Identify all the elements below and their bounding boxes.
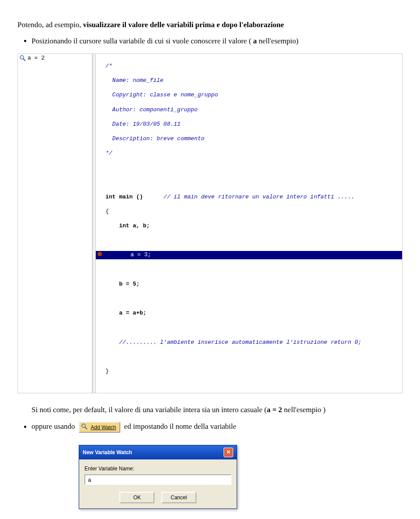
watch-pane[interactable]: a = 2 <box>18 54 92 393</box>
watch-row[interactable]: a = 2 <box>20 55 90 61</box>
code-line: /* <box>105 62 402 70</box>
bullet1-bold: a <box>253 37 257 45</box>
code-line: */ <box>105 149 402 157</box>
svg-point-0 <box>20 56 24 59</box>
code-pane[interactable]: /* Name: nome_file Copyright: classe e n… <box>96 54 402 393</box>
code-line: { <box>105 208 402 215</box>
code-line: Date: 19/03/05 08.11 <box>105 120 402 128</box>
new-variable-watch-dialog: New Variable Watch ✕ Enter Variable Name… <box>79 445 237 509</box>
bullet2-suffix: ed impostando il nome della variabile <box>124 423 236 431</box>
close-icon[interactable]: ✕ <box>224 448 233 457</box>
intro-sentence: Potendo, ad esempio, visualizzare il val… <box>18 21 402 29</box>
pane-splitter[interactable] <box>92 54 96 393</box>
bullet1-prefix: Posizionando il cursore sulla variabile … <box>32 37 253 45</box>
magnifier-icon <box>20 55 26 61</box>
dialog-titlebar[interactable]: New Variable Watch ✕ <box>79 445 237 459</box>
dialog-body: Enter Variable Name: <box>79 459 237 489</box>
intro-bold: visualizzare il valore delle variabili p… <box>83 21 284 29</box>
code-line: int a, b; <box>105 222 402 230</box>
dialog-buttons: OK Cancel <box>79 489 237 508</box>
code-line: } <box>105 367 402 375</box>
ide-screenshot: a = 2 /* Name: nome_file Copyright: clas… <box>18 53 402 393</box>
code-blank <box>105 295 402 303</box>
cancel-button[interactable]: Cancel <box>161 492 196 503</box>
variable-name-input[interactable] <box>84 474 231 485</box>
note-suffix: nell'esempio ) <box>282 406 326 414</box>
code-blank <box>105 353 402 361</box>
ok-button[interactable]: OK <box>119 492 154 503</box>
code-line: Name: nome_file <box>105 77 402 85</box>
code-blank <box>105 266 402 274</box>
variable-name-label: Enter Variable Name: <box>84 466 231 472</box>
code-blank <box>105 179 402 187</box>
magnifier-icon <box>81 424 88 431</box>
dialog-title-text: New Variable Watch <box>83 449 132 455</box>
watch-value: a = 2 <box>28 55 45 61</box>
current-exec-line: a = 3; <box>96 251 402 259</box>
add-watch-label: Add Watch <box>91 424 116 431</box>
code-blank <box>105 164 402 172</box>
add-watch-button[interactable]: Add Watch <box>79 422 121 433</box>
code-line: a = a+b; <box>105 309 402 317</box>
code-line: //......... l'ambiente inserisce automat… <box>105 339 402 346</box>
breakpoint-icon[interactable] <box>98 252 102 256</box>
svg-point-2 <box>82 424 85 427</box>
code-line: b = 5; <box>105 280 402 288</box>
code-line: Description: breve commento <box>105 135 402 143</box>
note-default-value: Si noti come, per default, il valore di … <box>32 406 402 414</box>
note-bold: a = 2 <box>267 406 282 414</box>
bullet2-prefix: oppure usando <box>32 423 77 431</box>
note-prefix: Si noti come, per default, il valore di … <box>32 406 267 414</box>
code-main-comment: // il main deve ritornare un valore inte… <box>164 194 355 200</box>
code-line: Copyright: classe e nome_gruppo <box>105 91 402 99</box>
bullet-position-cursor: Posizionando il cursore sulla variabile … <box>32 37 402 46</box>
code-main-sig: int main () <box>105 194 143 200</box>
code-line-highlight: a = 3; <box>117 251 151 259</box>
intro-prefix: Potendo, ad esempio, <box>18 21 83 29</box>
code-line-main: int main () // il main deve ritornare un… <box>105 193 402 201</box>
svg-line-1 <box>23 59 25 61</box>
bullet1-suffix: nell'esempio) <box>257 37 298 45</box>
svg-line-3 <box>85 427 87 429</box>
bullet-add-watch: oppure usando Add Watch ed impostando il… <box>32 422 402 433</box>
code-blank <box>105 324 402 332</box>
code-blank <box>105 237 402 244</box>
code-line: Author: componenti_gruppo <box>105 106 402 114</box>
